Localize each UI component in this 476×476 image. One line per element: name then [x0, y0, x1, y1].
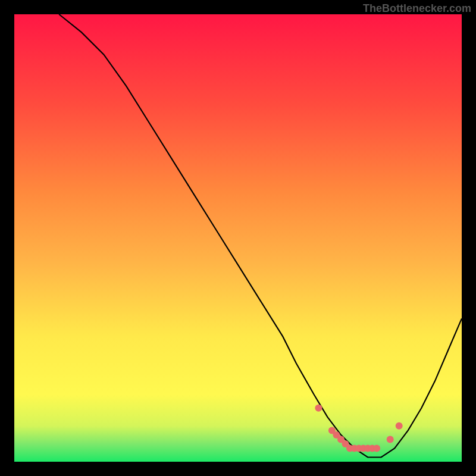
marker-dot: [396, 422, 403, 430]
bottleneck-chart: [0, 0, 476, 476]
marker-dot: [373, 444, 380, 452]
plot-area: [14, 14, 462, 462]
marker-dot: [315, 405, 322, 412]
chart-container: [0, 0, 476, 476]
watermark: TheBottlenecker.com: [363, 2, 471, 15]
marker-dot: [387, 436, 394, 443]
